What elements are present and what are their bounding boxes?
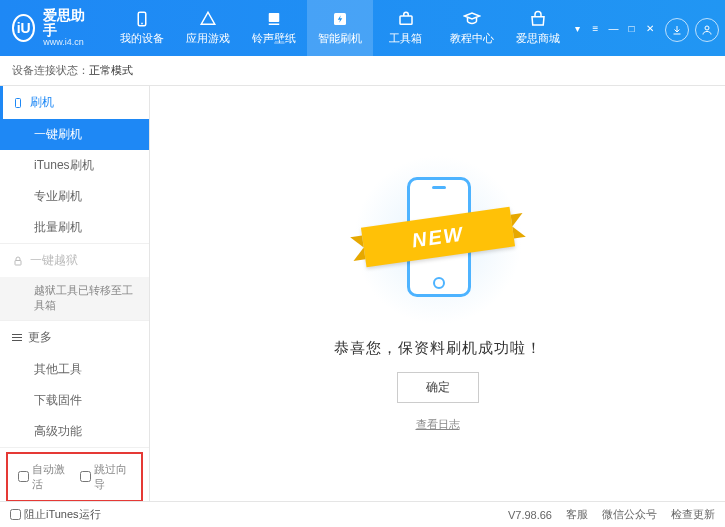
- menu-icon[interactable]: ▾: [571, 21, 585, 35]
- view-log-link[interactable]: 查看日志: [416, 417, 460, 432]
- user-button[interactable]: [695, 18, 719, 42]
- more-icon: [12, 332, 22, 343]
- footer: 阻止iTunes运行 V7.98.66 客服 微信公众号 检查更新: [0, 501, 725, 527]
- sidebar-item-pro[interactable]: 专业刷机: [0, 181, 149, 212]
- sidebar-head-more[interactable]: 更多: [0, 321, 149, 354]
- checkbox-skip-guide[interactable]: 跳过向导: [80, 462, 132, 492]
- top-nav: 我的设备 应用游戏 铃声壁纸 智能刷机 工具箱 教程中心 爱思商城: [109, 0, 571, 56]
- flash-icon: [331, 10, 349, 28]
- svg-rect-3: [268, 24, 279, 26]
- nav-toolbox[interactable]: 工具箱: [373, 0, 439, 56]
- nav-my-device[interactable]: 我的设备: [109, 0, 175, 56]
- svg-rect-8: [15, 260, 21, 265]
- sidebar-item-itunes[interactable]: iTunes刷机: [0, 150, 149, 181]
- tutorial-icon: [463, 10, 481, 28]
- ok-button[interactable]: 确定: [397, 372, 479, 403]
- status-label: 设备连接状态：: [12, 63, 89, 78]
- minimize-icon[interactable]: —: [607, 21, 621, 35]
- lock-icon: [12, 255, 24, 267]
- svg-rect-2: [268, 13, 279, 22]
- options-highlight-box: 自动激活 跳过向导: [6, 452, 143, 501]
- version-label: V7.98.66: [508, 509, 552, 521]
- sidebar-head-jailbreak[interactable]: 一键越狱: [0, 244, 149, 277]
- sidebar-item-advanced[interactable]: 高级功能: [0, 416, 149, 447]
- close-icon[interactable]: ✕: [643, 21, 657, 35]
- app-title: 爱思助手: [43, 8, 88, 39]
- svg-rect-5: [400, 16, 412, 24]
- app-url: www.i4.cn: [43, 38, 88, 48]
- footer-link-support[interactable]: 客服: [566, 507, 588, 522]
- svg-point-6: [705, 26, 709, 30]
- status-bar: 设备连接状态： 正常模式: [0, 56, 725, 86]
- logo-icon: iU: [12, 14, 35, 42]
- success-illustration: NEW: [353, 155, 523, 325]
- status-value: 正常模式: [89, 63, 133, 78]
- nav-flash[interactable]: 智能刷机: [307, 0, 373, 56]
- apps-icon: [199, 10, 217, 28]
- nav-tutorial[interactable]: 教程中心: [439, 0, 505, 56]
- toolbox-icon: [397, 10, 415, 28]
- footer-link-wechat[interactable]: 微信公众号: [602, 507, 657, 522]
- maximize-icon[interactable]: □: [625, 21, 639, 35]
- sidebar-head-flash[interactable]: 刷机: [0, 86, 149, 119]
- nav-ringtone[interactable]: 铃声壁纸: [241, 0, 307, 56]
- sidebar-item-firmware[interactable]: 下载固件: [0, 385, 149, 416]
- sidebar-item-batch[interactable]: 批量刷机: [0, 212, 149, 243]
- settings-icon[interactable]: ≡: [589, 21, 603, 35]
- sidebar-jailbreak-note: 越狱工具已转移至工具箱: [0, 277, 149, 320]
- store-icon: [529, 10, 547, 28]
- download-button[interactable]: [665, 18, 689, 42]
- window-controls: ▾ ≡ — □ ✕: [571, 21, 657, 35]
- sidebar-item-other[interactable]: 其他工具: [0, 354, 149, 385]
- app-header: iU 爱思助手 www.i4.cn 我的设备 应用游戏 铃声壁纸 智能刷机 工具…: [0, 0, 725, 56]
- footer-link-update[interactable]: 检查更新: [671, 507, 715, 522]
- ringtone-icon: [265, 10, 283, 28]
- sidebar: 刷机 一键刷机 iTunes刷机 专业刷机 批量刷机 一键越狱 越狱工具已转移至…: [0, 86, 150, 501]
- checkbox-block-itunes[interactable]: 阻止iTunes运行: [10, 507, 101, 522]
- logo-area: iU 爱思助手 www.i4.cn: [0, 8, 101, 49]
- svg-rect-7: [16, 98, 21, 107]
- success-message: 恭喜您，保资料刷机成功啦！: [334, 339, 542, 358]
- nav-store[interactable]: 爱思商城: [505, 0, 571, 56]
- nav-apps[interactable]: 应用游戏: [175, 0, 241, 56]
- device-icon: [133, 10, 151, 28]
- main-content: NEW 恭喜您，保资料刷机成功啦！ 确定 查看日志: [150, 86, 725, 501]
- checkbox-auto-activate[interactable]: 自动激活: [18, 462, 70, 492]
- sidebar-item-oneclick[interactable]: 一键刷机: [0, 119, 149, 150]
- phone-icon: [12, 97, 24, 109]
